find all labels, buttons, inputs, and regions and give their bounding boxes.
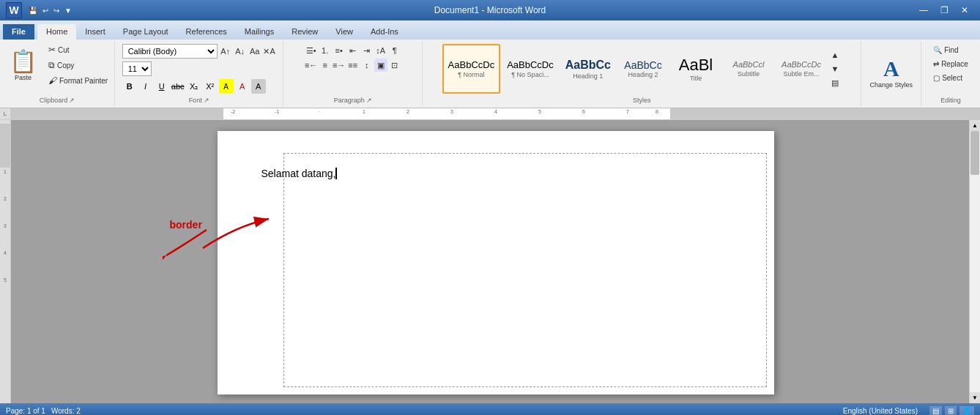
style-no-spacing-preview: AaBbCcDc	[507, 59, 554, 71]
tab-page-layout[interactable]: Page Layout	[114, 24, 177, 40]
change-styles-button[interactable]: A Change Styles	[864, 51, 918, 94]
cut-icon: ✂	[48, 45, 56, 55]
tab-view[interactable]: View	[327, 24, 362, 40]
tab-insert[interactable]: Insert	[76, 24, 114, 40]
numbering-button[interactable]: 1.	[319, 44, 332, 57]
font-size-select[interactable]: 11	[122, 61, 152, 76]
paste-icon: 📋	[10, 48, 37, 74]
editing-label-text: Editing	[940, 97, 961, 104]
align-left-button[interactable]: ≡←	[305, 59, 318, 72]
styles-scroll-up[interactable]: ▲	[828, 48, 842, 61]
copy-button[interactable]: ⧉ Copy	[45, 58, 111, 72]
find-button[interactable]: 🔍 Find	[929, 44, 972, 56]
decrease-font-size-button[interactable]: A↓	[234, 45, 247, 58]
superscript-button[interactable]: X²	[203, 79, 218, 94]
tab-mailings[interactable]: Mailings	[236, 24, 283, 40]
styles-group: AaBbCcDc ¶ Normal AaBbCcDc ¶ No Spaci...…	[423, 41, 861, 106]
minimize-button[interactable]: —	[914, 3, 933, 18]
undo-button[interactable]: ↩	[40, 5, 51, 16]
style-heading2-preview: AaBbCc	[624, 59, 661, 72]
vertical-scrollbar[interactable]: ▲ ▼	[969, 120, 980, 403]
sort-button[interactable]: ↕A	[374, 44, 387, 57]
scroll-up-button[interactable]: ▲	[970, 120, 980, 131]
tab-add-ins[interactable]: Add-Ins	[362, 24, 407, 40]
multilevel-list-button[interactable]: ≡•	[333, 44, 346, 57]
line-spacing-button[interactable]: ↕	[360, 59, 374, 72]
align-right-button[interactable]: ≡→	[333, 59, 346, 72]
web-layout-button[interactable]: 🌐	[959, 406, 974, 416]
tab-references[interactable]: References	[177, 24, 236, 40]
paragraph-expand-icon[interactable]: ↗	[366, 97, 372, 104]
increase-font-size-button[interactable]: A↑	[219, 45, 232, 58]
bold-button[interactable]: B	[122, 79, 137, 94]
ribbon-tabs: File Home Insert Page Layout References …	[0, 20, 980, 40]
scroll-thumb[interactable]	[970, 131, 979, 175]
redo-button[interactable]: ↪	[51, 5, 62, 16]
style-heading2[interactable]: AaBbCc Heading 2	[617, 44, 669, 94]
styles-scroll-down[interactable]: ▼	[828, 62, 842, 75]
style-subtle-em-preview: AaBbCcDc	[782, 60, 821, 70]
full-screen-button[interactable]: ⊞	[945, 406, 957, 416]
close-button[interactable]: ✕	[955, 3, 974, 18]
change-case-button[interactable]: Aa	[248, 45, 261, 58]
window-title: Document1 - Microsoft Word	[434, 5, 546, 15]
underline-button[interactable]: U	[155, 79, 169, 94]
scroll-down-button[interactable]: ▼	[970, 392, 980, 403]
ribbon: 📋 Paste ✂ Cut ⧉ Copy 🖌 Format Painter C	[0, 40, 980, 108]
format-painter-button[interactable]: 🖌 Format Painter	[45, 73, 111, 88]
vertical-ruler: 1 2 3 4 5	[0, 120, 11, 403]
style-heading1[interactable]: AaBbCc Heading 1	[560, 44, 616, 94]
justify-button[interactable]: ≡≡	[346, 59, 360, 72]
font-controls: Calibri (Body) A↑ A↓ Aa ✕A 11 B I U abc …	[122, 42, 276, 95]
subscript-button[interactable]: X₂	[187, 79, 201, 94]
tab-home[interactable]: Home	[37, 24, 76, 40]
show-formatting-button[interactable]: ¶	[388, 44, 401, 57]
font-label: Font ↗	[118, 95, 280, 105]
font-name-select[interactable]: Calibri (Body)	[122, 44, 218, 59]
font-size-row: 11	[122, 61, 276, 76]
paragraph-row1: ☰• 1. ≡• ⇤ ⇥ ↕A ¶	[305, 44, 401, 57]
style-subtitle[interactable]: AaBbCcl Subtitle	[723, 44, 774, 94]
bullets-button[interactable]: ☰•	[305, 44, 318, 57]
change-styles-icon: A	[883, 56, 899, 81]
border-button[interactable]: ⊡	[388, 59, 401, 72]
restore-button[interactable]: ❐	[935, 3, 954, 18]
save-button[interactable]: 💾	[26, 5, 40, 16]
align-center-button[interactable]: ≡	[319, 59, 332, 72]
style-title[interactable]: AaBl Title	[670, 44, 721, 94]
clipboard-expand-icon[interactable]: ↗	[69, 97, 75, 104]
print-layout-button[interactable]: ▤	[929, 406, 942, 416]
decrease-indent-button[interactable]: ⇤	[346, 44, 360, 57]
title-bar-left: W 💾 ↩ ↪ ▼	[6, 2, 74, 18]
character-shading-button[interactable]: A	[251, 79, 266, 94]
shading-button[interactable]: ▣	[374, 59, 387, 72]
replace-button[interactable]: ⇄ Replace	[929, 58, 972, 70]
language-indicator: English (United States)	[843, 407, 918, 415]
tab-review[interactable]: Review	[283, 24, 327, 40]
scroll-track[interactable]	[970, 131, 980, 392]
strikethrough-button[interactable]: abc	[171, 79, 185, 94]
italic-button[interactable]: I	[138, 79, 153, 94]
text-highlight-button[interactable]: A	[219, 79, 234, 94]
doc-scroll-area[interactable]: Selamat datang, border	[11, 120, 980, 403]
style-subtle-em[interactable]: AaBbCcDc Subtle Em...	[776, 44, 827, 94]
font-color-button[interactable]: A	[235, 79, 250, 94]
clear-formatting-button[interactable]: ✕A	[263, 45, 276, 58]
font-expand-icon[interactable]: ↗	[204, 97, 209, 104]
style-heading2-label: Heading 2	[628, 71, 658, 78]
styles-expand[interactable]: ▤	[828, 76, 842, 89]
quick-access-dropdown[interactable]: ▼	[62, 5, 74, 16]
style-title-label: Title	[690, 75, 702, 82]
style-title-preview: AaBl	[679, 56, 713, 75]
tab-file[interactable]: File	[3, 24, 34, 40]
increase-indent-button[interactable]: ⇥	[360, 44, 374, 57]
styles-label: Styles	[426, 95, 858, 105]
status-bar: Page: 1 of 1 Words: 2 English (United St…	[0, 403, 980, 415]
style-no-spacing[interactable]: AaBbCcDc ¶ No Spaci...	[502, 44, 559, 94]
cut-button[interactable]: ✂ Cut	[45, 42, 111, 57]
style-subtle-em-label: Subtle Em...	[783, 70, 819, 78]
document-content[interactable]: Selamat datang,	[261, 168, 730, 179]
style-normal[interactable]: AaBbCcDc ¶ Normal	[442, 44, 501, 94]
select-button[interactable]: ▢ Select	[929, 72, 972, 84]
paste-button[interactable]: 📋 Paste	[3, 42, 43, 86]
